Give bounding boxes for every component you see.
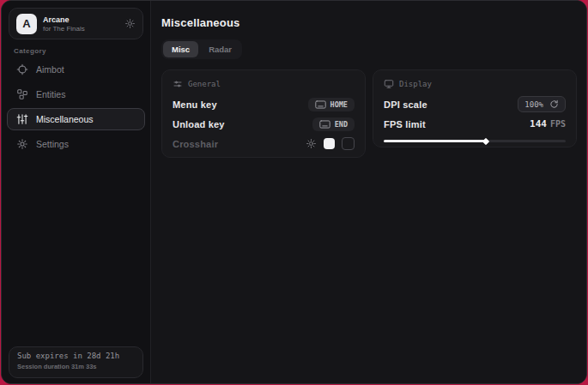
dpi-scale-row: DPI scale 100%: [384, 94, 566, 114]
keyboard-icon: [319, 120, 330, 129]
crosshair-controls: [306, 137, 355, 150]
menu-key-row: Menu key HOME: [173, 94, 355, 114]
user-meta: Arcane for The Finals: [43, 15, 118, 33]
session-duration-text: Session duration 31m 33s: [17, 363, 135, 370]
sidebar-item-miscellaneous[interactable]: Miscellaneous: [7, 108, 145, 130]
sub-expiry-text: Sub expires in 28d 21h: [17, 352, 135, 360]
crosshair-label: Crosshair: [173, 139, 218, 149]
user-card: A Arcane for The Finals: [9, 8, 143, 39]
slider-fill: [384, 140, 486, 142]
gear-icon[interactable]: [306, 138, 317, 149]
general-card-header: General: [173, 77, 355, 91]
category-label: Category: [14, 47, 46, 55]
general-card-title: General: [188, 80, 221, 88]
reset-icon[interactable]: [549, 99, 559, 109]
tab-bar: Misc Radar: [161, 39, 242, 59]
general-card: General Menu key HOME Unload key: [161, 69, 366, 158]
main-content: Miscellaneous Misc Radar General Menu ke…: [152, 1, 586, 383]
slider-thumb[interactable]: [482, 137, 488, 144]
sidebar-item-label: Miscellaneous: [36, 114, 94, 124]
fps-number: 144: [530, 118, 547, 129]
sidebar-item-label: Aimbot: [36, 64, 64, 75]
subscription-status-card: Sub expires in 28d 21h Session duration …: [9, 346, 143, 378]
crosshair-row: Crosshair: [173, 134, 355, 153]
sidebar-item-settings[interactable]: Settings: [7, 133, 145, 155]
display-card-title: Display: [399, 80, 432, 88]
display-card-header: Display: [384, 77, 566, 91]
sliders-icon: [173, 79, 183, 89]
sidebar-nav: Aimbot Entities: [7, 58, 145, 155]
desktop-background: { "app": { "name": "Arcane", "subtitle":…: [0, 0, 588, 385]
menu-key-value: HOME: [330, 100, 348, 109]
keyboard-icon: [315, 100, 326, 109]
sidebar-item-entities[interactable]: Entities: [7, 83, 145, 105]
app-subtitle: for The Finals: [43, 25, 118, 33]
monitor-icon: [384, 79, 394, 89]
crosshair-color-swatch[interactable]: [324, 138, 335, 149]
gear-icon: [16, 138, 28, 150]
unload-key-bind-button[interactable]: END: [312, 117, 355, 131]
tab-radar[interactable]: Radar: [200, 41, 240, 57]
avatar: A: [16, 14, 37, 34]
app-name: Arcane: [43, 15, 118, 24]
crosshair-checkbox[interactable]: [342, 137, 355, 150]
fps-limit-slider[interactable]: [384, 140, 566, 142]
page-title: Miscellaneous: [161, 16, 239, 29]
gear-icon[interactable]: [124, 18, 136, 29]
fps-limit-value: 144 FPS: [530, 118, 566, 129]
fps-unit: FPS: [550, 119, 566, 129]
sidebar-item-aimbot[interactable]: Aimbot: [7, 58, 145, 81]
unload-key-row: Unload key END: [173, 114, 355, 134]
menu-key-label: Menu key: [173, 99, 217, 110]
unload-key-label: Unload key: [173, 119, 225, 129]
unload-key-value: END: [335, 120, 348, 129]
dpi-scale-label: DPI scale: [384, 99, 427, 110]
crosshair-icon: [16, 63, 28, 75]
entities-icon: [16, 88, 28, 100]
display-card: Display DPI scale 100% FPS limit: [373, 69, 577, 147]
sidebar-item-label: Settings: [36, 139, 69, 149]
fps-limit-row: FPS limit 144 FPS: [384, 114, 566, 134]
tab-misc[interactable]: Misc: [163, 41, 198, 57]
sidebar: A Arcane for The Finals Category: [2, 1, 151, 383]
app-window: A Arcane for The Finals Category: [1, 0, 587, 384]
dpi-scale-control[interactable]: 100%: [518, 96, 566, 112]
menu-key-bind-button[interactable]: HOME: [308, 98, 355, 111]
dpi-scale-value: 100%: [524, 100, 543, 109]
sidebar-item-label: Entities: [36, 89, 65, 99]
fps-limit-label: FPS limit: [384, 119, 426, 129]
sliders-icon: [16, 113, 28, 125]
